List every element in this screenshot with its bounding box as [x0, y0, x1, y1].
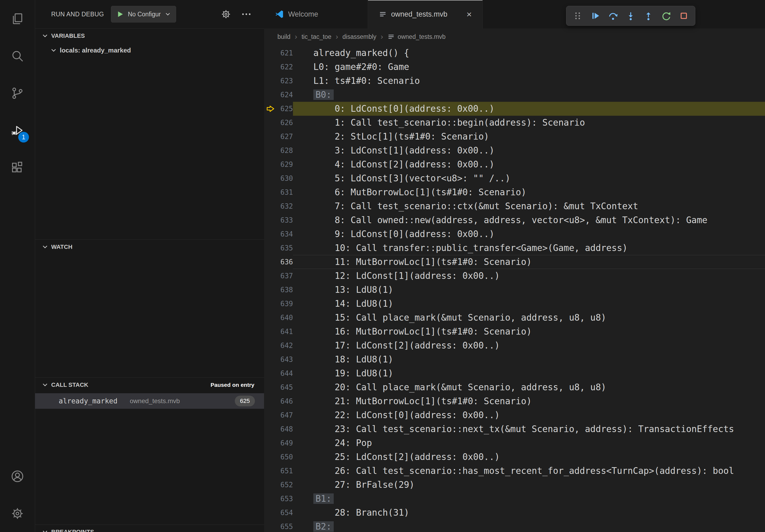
code-line[interactable]: 647 22: LdConst[0](address: 0x00..): [264, 408, 765, 422]
code-line[interactable]: 621already_marked() {: [264, 46, 765, 60]
code-line[interactable]: 640 15: Call place_mark(&mut Scenario, a…: [264, 311, 765, 325]
line-number[interactable]: 631: [276, 185, 293, 199]
code-line[interactable]: 645 20: Call place_mark(&mut Scenario, a…: [264, 381, 765, 394]
code-line[interactable]: 643 18: LdU8(1): [264, 353, 765, 367]
start-debugging-icon[interactable]: [116, 10, 124, 18]
line-number[interactable]: 637: [276, 269, 293, 283]
line-number[interactable]: 638: [276, 283, 293, 297]
code-line[interactable]: 631 6: MutBorrowLoc[1](ts#1#0: Scenario): [264, 185, 765, 199]
gear-icon[interactable]: [221, 9, 231, 20]
step-over-button[interactable]: [605, 8, 620, 23]
line-number[interactable]: 655: [276, 520, 293, 532]
call-stack-section-header[interactable]: CALL STACK Paused on entry: [35, 378, 264, 392]
line-number[interactable]: 622: [276, 60, 293, 74]
code-line[interactable]: 628 3: LdConst[1](address: 0x00..): [264, 143, 765, 157]
stop-button[interactable]: [676, 8, 691, 23]
line-number[interactable]: 650: [276, 450, 293, 464]
code-line[interactable]: 652 27: BrFalse(29): [264, 478, 765, 492]
account-button[interactable]: [0, 457, 35, 495]
code-line[interactable]: 646 21: MutBorrowLoc[1](ts#1#0: Scenario…: [264, 394, 765, 408]
tab-owned-tests[interactable]: owned_tests.mvb ×: [368, 0, 483, 28]
line-number[interactable]: 636: [276, 255, 293, 269]
line-number[interactable]: 653: [276, 492, 293, 506]
step-out-button[interactable]: [641, 8, 656, 23]
line-number[interactable]: 621: [276, 46, 293, 60]
code-line[interactable]: 622L0: game#2#0: Game: [264, 60, 765, 74]
sidebar-item-extensions[interactable]: [0, 149, 35, 186]
code-line[interactable]: 634 9: LdConst[0](address: 0x00..): [264, 227, 765, 241]
line-number[interactable]: 624: [276, 88, 293, 102]
line-number[interactable]: 625: [276, 102, 293, 116]
breadcrumb-item[interactable]: disassembly: [343, 33, 377, 40]
breadcrumb-item-file[interactable]: owned_tests.mvb: [387, 33, 445, 40]
line-number[interactable]: 648: [276, 422, 293, 436]
breadcrumb-item[interactable]: tic_tac_toe: [302, 33, 331, 40]
line-number[interactable]: 643: [276, 353, 293, 367]
line-number[interactable]: 628: [276, 143, 293, 157]
line-number[interactable]: 640: [276, 311, 293, 325]
restart-button[interactable]: [659, 8, 674, 23]
code-line[interactable]: 642 17: LdConst[2](address: 0x00..): [264, 339, 765, 353]
code-line[interactable]: 632 7: Call test_scenario::ctx(&mut Scen…: [264, 199, 765, 213]
code-line[interactable]: 651 26: Call test_scenario::has_most_rec…: [264, 464, 765, 478]
line-number[interactable]: 632: [276, 199, 293, 213]
code-line[interactable]: 654 28: Branch(31): [264, 506, 765, 520]
code-line[interactable]: 639 14: LdU8(1): [264, 297, 765, 311]
code-line[interactable]: 625 0: LdConst[0](address: 0x00..): [264, 102, 765, 116]
variables-scope-row[interactable]: locals: already_marked: [35, 43, 264, 58]
code-line[interactable]: 637 12: LdConst[1](address: 0x00..): [264, 269, 765, 283]
line-number[interactable]: 641: [276, 325, 293, 339]
watch-section-header[interactable]: WATCH: [35, 240, 264, 254]
line-number[interactable]: 646: [276, 394, 293, 408]
stack-frame-row[interactable]: already_marked owned_tests.mvb 625: [35, 393, 264, 409]
line-number[interactable]: 651: [276, 464, 293, 478]
code-line[interactable]: 635 10: Call transfer::public_transfer<G…: [264, 241, 765, 255]
sidebar-item-run-and-debug[interactable]: 1: [0, 112, 35, 149]
code-line[interactable]: 644 19: LdU8(1): [264, 367, 765, 381]
code-line[interactable]: 655B2:: [264, 520, 765, 532]
tab-welcome[interactable]: Welcome: [264, 0, 368, 28]
line-number[interactable]: 623: [276, 74, 293, 88]
continue-button[interactable]: [588, 8, 603, 23]
toolbar-drag-handle[interactable]: [570, 8, 585, 23]
line-number[interactable]: 626: [276, 116, 293, 130]
line-number[interactable]: 635: [276, 241, 293, 255]
sidebar-item-search[interactable]: [0, 37, 35, 75]
line-number[interactable]: 649: [276, 436, 293, 450]
step-into-button[interactable]: [623, 8, 638, 23]
line-number[interactable]: 654: [276, 506, 293, 520]
code-line[interactable]: 641 16: MutBorrowLoc[1](ts#1#0: Scenario…: [264, 325, 765, 339]
breakpoints-section-header[interactable]: BREAKPOINTS: [35, 525, 264, 532]
line-number[interactable]: 644: [276, 367, 293, 381]
line-number[interactable]: 647: [276, 408, 293, 422]
line-number[interactable]: 642: [276, 339, 293, 353]
line-number[interactable]: 629: [276, 157, 293, 171]
close-icon[interactable]: ×: [466, 10, 472, 19]
code-line[interactable]: 638 13: LdU8(1): [264, 283, 765, 297]
code-line[interactable]: 623L1: ts#1#0: Scenario: [264, 74, 765, 88]
variables-section-header[interactable]: VARIABLES: [35, 29, 264, 43]
more-actions-icon[interactable]: [241, 9, 252, 20]
code-line[interactable]: 626 1: Call test_scenario::begin(address…: [264, 116, 765, 130]
code-line[interactable]: 636 11: MutBorrowLoc[1](ts#1#0: Scenario…: [264, 255, 765, 269]
line-number[interactable]: 652: [276, 478, 293, 492]
code-line[interactable]: 653B1:: [264, 492, 765, 506]
line-number[interactable]: 627: [276, 130, 293, 143]
code-line[interactable]: 627 2: StLoc[1](ts#1#0: Scenario): [264, 130, 765, 143]
code-line[interactable]: 630 5: LdConst[3](vector<u8>: "" /..): [264, 171, 765, 185]
settings-button[interactable]: [0, 495, 35, 532]
line-number[interactable]: 639: [276, 297, 293, 311]
code-line[interactable]: 650 25: LdConst[2](address: 0x00..): [264, 450, 765, 464]
sidebar-item-explorer[interactable]: [0, 0, 35, 37]
code-line[interactable]: 648 23: Call test_scenario::next_tx(&mut…: [264, 422, 765, 436]
breadcrumb-item[interactable]: build: [278, 33, 291, 40]
line-number[interactable]: 630: [276, 171, 293, 185]
debug-config-picker[interactable]: No Configur: [111, 6, 176, 23]
code-line[interactable]: 624B0:: [264, 88, 765, 102]
code-line[interactable]: 649 24: Pop: [264, 436, 765, 450]
sidebar-item-source-control[interactable]: [0, 75, 35, 112]
line-number[interactable]: 634: [276, 227, 293, 241]
code-line[interactable]: 633 8: Call owned::new(address, address,…: [264, 213, 765, 227]
line-number[interactable]: 633: [276, 213, 293, 227]
code-line[interactable]: 629 4: LdConst[2](address: 0x00..): [264, 157, 765, 171]
